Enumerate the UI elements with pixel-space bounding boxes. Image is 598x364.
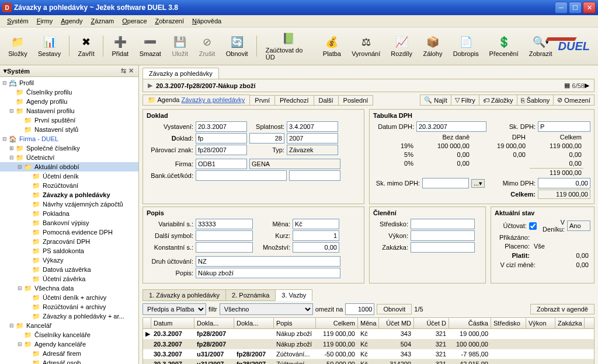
tree-item[interactable]: 📁Nastavení stylů	[0, 125, 138, 134]
templates-button[interactable]: ⎘Šablony	[517, 94, 554, 106]
grid-col-header[interactable]: Účet MD	[379, 318, 414, 328]
maximize-button[interactable]: ☐	[569, 2, 582, 13]
splatnost-input[interactable]	[287, 121, 338, 132]
bank-code-input[interactable]	[289, 170, 340, 181]
sidebar-pin-icon[interactable]: ⇆	[120, 67, 127, 75]
close-button[interactable]: ✕	[583, 2, 596, 13]
omezit-input[interactable]	[345, 303, 374, 315]
zakazka-input[interactable]	[411, 242, 475, 253]
toolbar-slozky[interactable]: 📁Složky	[4, 33, 32, 59]
firma-code-input[interactable]	[196, 159, 247, 169]
agenda-tab[interactable]: Závazky a pohledávky	[142, 68, 219, 79]
nav-next[interactable]: Další	[314, 95, 339, 106]
grid-col-header[interactable]: Částka	[449, 318, 491, 328]
vykon-input[interactable]	[411, 230, 475, 241]
agenda-crumb[interactable]: 📁 Agenda Závazky a pohledávky	[142, 94, 250, 106]
grid-col-header[interactable]: Popis	[274, 318, 316, 328]
toolbar-zalohy[interactable]: 📦Zálohy	[418, 33, 447, 59]
parznak-input[interactable]	[196, 145, 247, 155]
grid-col-header[interactable]	[143, 318, 151, 328]
tree-item[interactable]: 📁Návrhy vzájemných zápočtů	[0, 200, 138, 209]
find-button[interactable]: 🔍Najít	[420, 94, 451, 106]
tree-item[interactable]: 📁Agendy profilu	[0, 97, 138, 106]
tree-item[interactable]: 📁Číselníky profilu	[0, 88, 138, 97]
grid-col-header[interactable]: Účet D	[414, 318, 449, 328]
toolbar-zavrit[interactable]: ✖Zavřít	[73, 33, 99, 59]
obnovit-button[interactable]: Obnovit	[377, 304, 412, 314]
tree-item[interactable]: ⊟🏠Firma - DUEL	[0, 134, 138, 144]
toolbar-preceneni[interactable]: 💲Přecenění	[485, 33, 523, 59]
stredisko-input[interactable]	[411, 219, 475, 229]
nav-prev[interactable]: Předchozí	[274, 95, 314, 106]
konst-input[interactable]	[196, 242, 253, 253]
toolbar-sestavy[interactable]: 📊Sestavy	[33, 33, 65, 59]
nav-first[interactable]: První	[249, 95, 275, 106]
sk-dph-input[interactable]	[538, 121, 590, 132]
menu-firmy[interactable]: Firmy	[33, 16, 57, 26]
tree-item[interactable]: ⊟📁Agendy kanceláře	[0, 340, 138, 349]
toolbar-zauctvoat[interactable]: 📗Zaúčtovat do ÚD	[260, 30, 317, 62]
nav-last[interactable]: Poslední	[338, 95, 374, 106]
kurz-input[interactable]	[293, 230, 339, 241]
tree-item[interactable]: 📁Účetní deník + archivy	[0, 293, 138, 302]
toolbar-smazat[interactable]: ➖Smazat	[134, 33, 166, 59]
skmimo-lookup-button[interactable]: ...▾	[471, 179, 485, 188]
bank-account-input[interactable]	[196, 170, 287, 181]
minimize-button[interactable]: ─	[555, 2, 568, 13]
grid-row[interactable]: 30.3.2007u31/2007fp28/2007Zúčtování...-5…	[143, 349, 594, 359]
doklad-num-input[interactable]	[249, 133, 284, 144]
grid-col-header[interactable]: Datum	[151, 318, 194, 328]
doklad-prefix-input[interactable]	[196, 133, 247, 144]
grid-row[interactable]: 20.3.2007fp28/2007Nákup zboží119 000,00K…	[143, 340, 594, 349]
limit-button[interactable]: ⊘Omezení	[553, 94, 594, 106]
filters-button[interactable]: ▽Filtry	[451, 94, 479, 106]
record-next-icon[interactable]: ▶	[585, 82, 589, 89]
tree-item[interactable]: 📁PS saldokonta	[0, 246, 138, 256]
agenda-link[interactable]: Závazky a pohledávky	[181, 96, 245, 103]
tree-item[interactable]: 📁Závazky a pohledávky + ar...	[0, 312, 138, 321]
druh-input[interactable]	[196, 256, 340, 267]
toolbar-zrusit[interactable]: ⊘Zrušit	[194, 33, 220, 59]
toolbar-platba[interactable]: 💰Platba	[318, 33, 346, 59]
tree-item[interactable]: 📁Pokladna	[0, 209, 138, 218]
grid-col-header[interactable]: Zakázka	[555, 318, 585, 328]
menu-systém[interactable]: Systém	[4, 16, 32, 26]
toolbar-obnovit[interactable]: 🔄Obnovit	[221, 33, 253, 59]
tree-item[interactable]: 📁Účetní závěrka	[0, 274, 138, 284]
grid-col-header[interactable]: Dokla...	[234, 318, 274, 328]
grid-col-header[interactable]: Výkon	[526, 318, 555, 328]
uctovat-checkbox[interactable]	[529, 222, 537, 230]
toolbar-vyrovnani[interactable]: ⚖Vyrovnání	[347, 33, 385, 59]
tree-item[interactable]: 📁Adresář firem	[0, 349, 138, 358]
tree-item[interactable]: ⊞📁Společné číselníky	[0, 144, 138, 153]
var-input[interactable]	[196, 219, 253, 229]
grid-row[interactable]: ▶20.3.2007fp28/2007Nákup zboží119 000,00…	[143, 329, 594, 340]
tree-item[interactable]: 📁Datová uzávěrka	[0, 265, 138, 274]
tree-item[interactable]: 📁Číselníky kanceláře	[0, 330, 138, 340]
grid-col-header[interactable]: Měna	[358, 318, 379, 328]
mimo-input[interactable]	[538, 178, 590, 188]
tree-item[interactable]: 📁Účetní deník	[0, 172, 138, 181]
filter-value-select[interactable]: Všechno	[220, 303, 313, 315]
toolbar-rozdily[interactable]: 📈Rozdíly	[386, 33, 417, 59]
tree-item[interactable]: 📁První spuštění	[0, 116, 138, 125]
menu-nápověda[interactable]: Nápověda	[189, 16, 225, 26]
vazby-grid[interactable]: DatumDokla...Dokla...PopisCelkemMěnaÚčet…	[142, 317, 594, 364]
toolbar-pridat[interactable]: ➕Přidat	[107, 33, 133, 59]
menu-operace[interactable]: Operace	[119, 16, 150, 26]
dalsi-input[interactable]	[196, 230, 253, 241]
popis-input[interactable]	[196, 268, 340, 278]
tab-zavazky[interactable]: 1. Závazky a pohledávky	[142, 289, 226, 301]
mnoz-input[interactable]	[293, 242, 339, 253]
mena-input[interactable]	[293, 219, 339, 229]
datum-dph-input[interactable]	[416, 121, 486, 132]
bookmarks-button[interactable]: 🏷Záložky	[479, 94, 517, 106]
zobrazit-agendu-button[interactable]: Zobrazit v agendě	[530, 304, 594, 314]
grid-icon[interactable]: ▦	[564, 82, 570, 89]
tree-item[interactable]: ⊟📁Nastavení profilu	[0, 106, 138, 116]
tree-item[interactable]: 📁Adresář osob	[0, 358, 138, 364]
filter-type-select[interactable]: Předpis a Platba	[142, 303, 206, 315]
tree-item[interactable]: ⊟📁Kancelář	[0, 321, 138, 330]
tree-item[interactable]: 📁Pomocná evidence DPH	[0, 228, 138, 237]
tab-vazby[interactable]: 3. Vazby	[275, 289, 312, 301]
